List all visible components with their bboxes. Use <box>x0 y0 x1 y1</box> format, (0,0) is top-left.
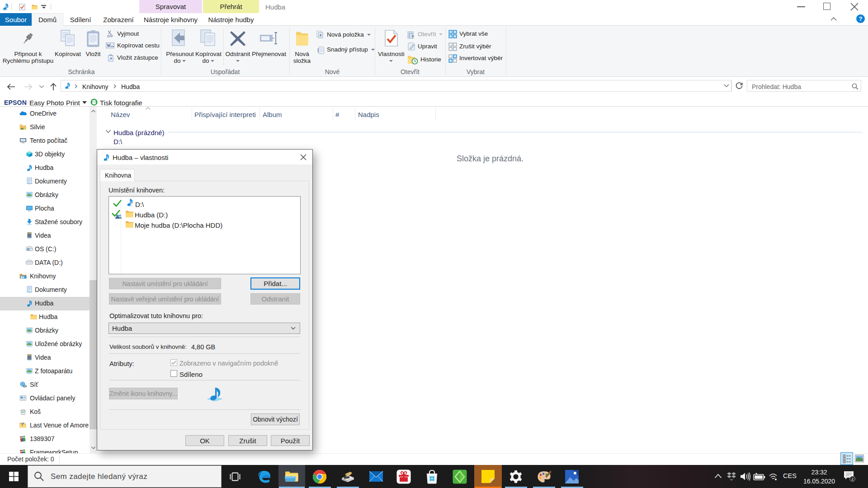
svg-text:2: 2 <box>851 477 854 481</box>
